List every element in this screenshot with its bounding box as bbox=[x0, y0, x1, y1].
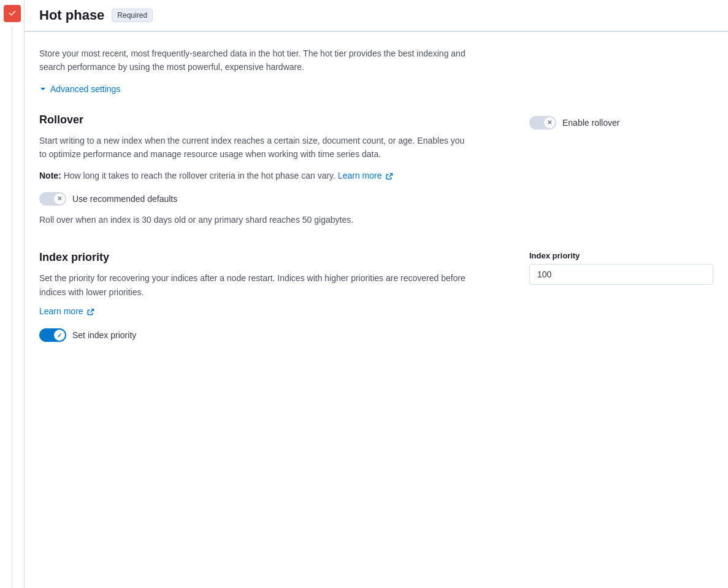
index-priority-description: Set the priority for recovering your ind… bbox=[39, 271, 469, 299]
enable-rollover-toggle[interactable]: ✕ bbox=[529, 116, 556, 130]
rollover-note: Note: How long it takes to reach the rol… bbox=[39, 169, 469, 182]
enable-rollover-thumb: ✕ bbox=[544, 117, 555, 128]
external-link-icon bbox=[386, 172, 393, 180]
index-priority-input-group: Index priority bbox=[505, 251, 713, 285]
rollover-right: ✕ Enable rollover bbox=[505, 114, 713, 130]
index-priority-left: Index priority Set the priority for reco… bbox=[39, 251, 469, 349]
recommended-defaults-label: Use recommended defaults bbox=[72, 194, 177, 204]
rollover-section: Rollover Start writing to a new index wh… bbox=[39, 114, 713, 227]
rollover-header-row: Rollover Start writing to a new index wh… bbox=[39, 114, 713, 227]
index-priority-input-label: Index priority bbox=[529, 251, 713, 260]
advanced-settings-toggle[interactable]: Advanced settings bbox=[39, 84, 713, 94]
recommended-defaults-toggle[interactable]: ✕ bbox=[39, 192, 66, 206]
chevron-down-icon bbox=[39, 85, 47, 93]
rollover-left: Rollover Start writing to a new index wh… bbox=[39, 114, 469, 227]
index-priority-row: Index priority Set the priority for reco… bbox=[39, 251, 713, 349]
advanced-settings-label: Advanced settings bbox=[50, 84, 120, 94]
sidebar bbox=[0, 0, 25, 588]
main-content: Hot phase Required Store your most recen… bbox=[25, 0, 728, 588]
rollover-description: Start writing to a new index when the cu… bbox=[39, 134, 469, 161]
vertical-divider bbox=[12, 27, 12, 588]
set-priority-thumb: ✓ bbox=[54, 330, 65, 341]
rollover-learn-more-link[interactable]: Learn more bbox=[338, 171, 393, 180]
index-priority-learn-more-link[interactable]: Learn more bbox=[39, 306, 94, 316]
phase-description: Store your most recent, most frequently-… bbox=[39, 47, 469, 74]
index-priority-title: Index priority bbox=[39, 251, 469, 264]
content-body: Store your most recent, most frequently-… bbox=[25, 32, 728, 389]
phase-icon[interactable] bbox=[4, 5, 21, 22]
set-priority-row: ✓ Set index priority bbox=[39, 328, 469, 342]
phase-header: Hot phase Required bbox=[25, 0, 728, 31]
index-priority-external-link-icon bbox=[87, 308, 94, 315]
index-priority-input[interactable] bbox=[529, 264, 713, 285]
note-label: Note: bbox=[39, 171, 61, 180]
recommended-defaults-row: ✕ Use recommended defaults bbox=[39, 192, 469, 206]
rollover-title: Rollover bbox=[39, 114, 469, 126]
rollover-footer-description: Roll over when an index is 30 days old o… bbox=[39, 213, 469, 226]
required-badge: Required bbox=[112, 9, 153, 22]
enable-rollover-label: Enable rollover bbox=[562, 118, 619, 128]
note-body: How long it takes to reach the rollover … bbox=[64, 171, 335, 180]
set-priority-toggle[interactable]: ✓ bbox=[39, 328, 66, 342]
page-title: Hot phase bbox=[39, 7, 104, 23]
checkmark-icon bbox=[7, 9, 17, 18]
index-priority-section: Index priority Set the priority for reco… bbox=[39, 251, 713, 349]
toggle-thumb: ✕ bbox=[54, 193, 65, 204]
set-priority-label: Set index priority bbox=[72, 330, 136, 340]
